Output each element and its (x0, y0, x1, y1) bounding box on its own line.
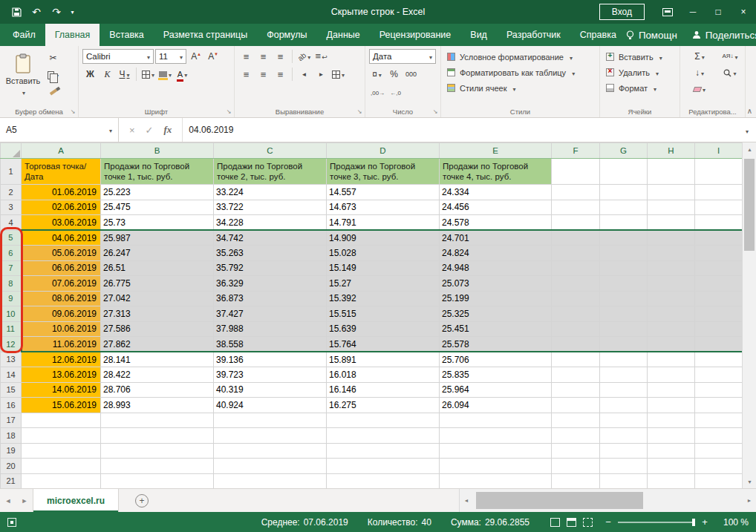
delete-cells-button[interactable]: Удалить (604, 65, 661, 80)
zoom-in-button[interactable]: + (701, 516, 708, 528)
cell-G9[interactable] (600, 291, 648, 306)
cell-A21[interactable] (22, 473, 101, 488)
cell-H7[interactable] (648, 260, 695, 276)
cell-E10[interactable]: 25.325 (440, 306, 552, 322)
align-bottom-button[interactable]: ≡ (273, 49, 288, 64)
cell-B12[interactable]: 27.862 (101, 337, 214, 352)
font-dialog-launcher[interactable]: ↘ (225, 108, 232, 116)
row-header-4[interactable]: 4 (1, 215, 22, 231)
cell-H6[interactable] (648, 246, 695, 261)
cell-G21[interactable] (600, 473, 648, 488)
cell-F14[interactable] (552, 367, 600, 383)
cell-styles-button[interactable]: Стили ячеек (445, 80, 518, 96)
cell-D17[interactable] (327, 413, 440, 428)
cell-I6[interactable] (695, 246, 743, 261)
row-header-13[interactable]: 13 (1, 352, 22, 367)
increase-indent-button[interactable]: ► (313, 67, 329, 82)
cell-I10[interactable] (695, 306, 743, 322)
alignment-dialog-launcher[interactable]: ↘ (356, 108, 363, 116)
column-header-B[interactable]: B (101, 143, 214, 159)
font-size-select[interactable]: 11 (155, 49, 186, 64)
copy-button[interactable] (45, 68, 61, 82)
italic-button[interactable]: К (100, 67, 115, 82)
paste-button[interactable]: Вставить (4, 49, 42, 101)
cell-B9[interactable]: 27.042 (101, 291, 214, 306)
cell-H1[interactable] (648, 159, 695, 185)
cell-C12[interactable]: 38.558 (214, 337, 327, 352)
row-header-7[interactable]: 7 (1, 260, 22, 276)
column-header-I[interactable]: I (695, 143, 743, 159)
vertical-scrollbar[interactable]: ▲ ▼ (742, 142, 756, 488)
orientation-button[interactable]: ab (296, 49, 312, 64)
cell-D8[interactable]: 15.27 (327, 276, 440, 292)
cell-F10[interactable] (552, 306, 600, 322)
cell-I18[interactable] (695, 428, 743, 444)
cell-D3[interactable]: 14.673 (327, 200, 440, 215)
row-header-1[interactable]: 1 (1, 159, 22, 185)
cell-B13[interactable]: 28.141 (101, 352, 214, 367)
cell-F12[interactable] (552, 337, 600, 352)
cell-F20[interactable] (552, 459, 600, 474)
cell-B21[interactable] (101, 473, 214, 488)
cell-I2[interactable] (695, 185, 743, 200)
format-painter-button[interactable] (45, 85, 61, 99)
cell-I19[interactable] (695, 443, 743, 459)
column-header-E[interactable]: E (440, 143, 552, 159)
insert-function-button[interactable]: fx (164, 124, 172, 136)
cell-I7[interactable] (695, 260, 743, 276)
insert-cells-button[interactable]: Вставить (604, 49, 665, 65)
cell-I5[interactable] (695, 230, 743, 246)
redo-button[interactable]: ↷ (48, 3, 65, 21)
cell-B14[interactable]: 28.422 (101, 367, 214, 383)
cell-H21[interactable] (648, 473, 695, 488)
clear-button[interactable] (684, 82, 715, 96)
zoom-slider-handle[interactable] (692, 519, 695, 526)
horizontal-scroll-thumb[interactable] (476, 492, 643, 509)
tab-help[interactable]: Справка (570, 24, 626, 46)
cell-A12[interactable]: 11.06.2019 (22, 337, 101, 352)
row-header-11[interactable]: 11 (1, 321, 22, 337)
cell-C14[interactable]: 39.723 (214, 367, 327, 383)
cell-D18[interactable] (327, 428, 440, 444)
sheet-nav-left-button[interactable]: ◄ (0, 489, 16, 512)
cell-E1[interactable]: Продажи по Торговой точке 4, тыс. руб. (440, 159, 552, 185)
cancel-entry-button[interactable]: × (129, 125, 135, 136)
cell-D11[interactable]: 15.639 (327, 321, 440, 337)
font-color-button[interactable]: А (175, 67, 190, 82)
add-sheet-button[interactable]: + (135, 494, 149, 508)
font-name-select[interactable]: Calibri (82, 49, 154, 64)
row-header-2[interactable]: 2 (1, 185, 22, 200)
cell-E20[interactable] (440, 459, 552, 474)
tab-page-layout[interactable]: Разметка страницы (154, 24, 257, 46)
fill-button[interactable]: ↓ (684, 65, 715, 80)
cell-B4[interactable]: 25.73 (101, 215, 214, 231)
cell-H15[interactable] (648, 382, 695, 398)
comma-style-button[interactable]: 000 (403, 67, 419, 82)
cell-G4[interactable] (600, 215, 648, 231)
confirm-entry-button[interactable]: ✓ (146, 125, 154, 136)
row-header-12[interactable]: 12 (1, 337, 22, 352)
cell-I3[interactable] (695, 200, 743, 215)
cell-E14[interactable]: 25.835 (440, 367, 552, 383)
vertical-scroll-thumb[interactable] (744, 159, 755, 251)
cell-I16[interactable] (695, 398, 743, 413)
cell-C6[interactable]: 35.263 (214, 246, 327, 261)
cell-D14[interactable]: 16.018 (327, 367, 440, 383)
row-header-6[interactable]: 6 (1, 246, 22, 261)
cell-B11[interactable]: 27.586 (101, 321, 214, 337)
cell-G2[interactable] (600, 185, 648, 200)
cell-H3[interactable] (648, 200, 695, 215)
minimize-button[interactable]: ─ (680, 0, 706, 24)
cell-H16[interactable] (648, 398, 695, 413)
select-all-button[interactable] (1, 143, 22, 159)
cell-E6[interactable]: 24.824 (440, 246, 552, 261)
cell-F21[interactable] (552, 473, 600, 488)
bold-button[interactable]: Ж (82, 67, 98, 82)
format-as-table-button[interactable]: Форматировать как таблицу (445, 65, 577, 80)
tab-data[interactable]: Данные (317, 24, 370, 46)
cell-G6[interactable] (600, 246, 648, 261)
cell-E8[interactable]: 25.073 (440, 276, 552, 292)
cell-I21[interactable] (695, 473, 743, 488)
cell-A17[interactable] (22, 413, 101, 428)
cell-B19[interactable] (101, 443, 214, 459)
